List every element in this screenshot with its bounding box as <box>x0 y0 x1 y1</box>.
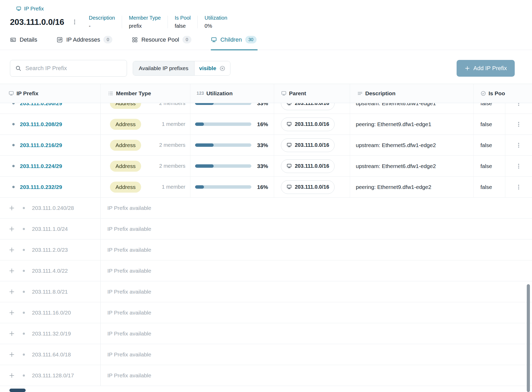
available-row[interactable]: 203.111.2.0/23 IP Prefix available <box>0 239 532 260</box>
expand-button[interactable] <box>9 331 15 337</box>
is-pool-cell: false <box>474 177 505 197</box>
member-count: 2 members <box>159 142 185 148</box>
tab-label: Resource Pool <box>141 36 179 43</box>
available-status: IP Prefix available <box>101 344 532 365</box>
column-header-actions <box>505 84 532 103</box>
breadcrumb-label: IP Prefix <box>24 6 44 12</box>
column-header-parent[interactable]: Parent <box>274 84 350 103</box>
parent-link[interactable]: 203.111.0.0/16 <box>281 180 335 194</box>
breadcrumb[interactable]: IP Prefix <box>16 6 532 12</box>
column-label: IP Prefix <box>16 90 38 97</box>
add-button-label: Add IP Prefix <box>473 65 507 72</box>
meta-label: Is Pool <box>175 15 191 21</box>
utilization-bar-fill <box>195 122 204 126</box>
expand-button[interactable] <box>9 268 15 274</box>
expand-button[interactable] <box>9 289 15 295</box>
kebab-icon <box>516 163 522 169</box>
filter-value: visible <box>195 61 230 75</box>
parent-link[interactable]: 203.111.0.0/16 <box>281 138 335 152</box>
prefix-dot <box>12 186 15 188</box>
column-header-description[interactable]: Description <box>350 84 474 103</box>
member-type-badge: Address <box>110 119 141 130</box>
horizontal-scrollbar-thumb[interactable] <box>9 389 26 392</box>
available-status: IP Prefix available <box>101 239 532 260</box>
available-row[interactable]: 203.111.32.0/19 IP Prefix available <box>0 323 532 344</box>
tab-resource-pool[interactable]: Resource Pool 0 <box>132 35 192 50</box>
available-row[interactable]: 203.111.64.0/18 IP Prefix available <box>0 344 532 365</box>
search-input[interactable] <box>10 60 127 77</box>
title-menu-button[interactable] <box>71 19 78 25</box>
prefix-icon <box>286 163 292 169</box>
utilization-value: 33% <box>257 163 268 169</box>
available-row[interactable]: 203.111.4.0/22 IP Prefix available <box>0 260 532 281</box>
available-row[interactable]: 203.111.1.0/24 IP Prefix available <box>0 219 532 239</box>
children-table: IP Prefix Member Type 123 Utilization Pa… <box>0 84 532 386</box>
prefix-icon <box>286 142 292 148</box>
column-header-utilization[interactable]: 123 Utilization <box>190 84 274 103</box>
column-header-ip-prefix[interactable]: IP Prefix <box>0 84 101 103</box>
tab-count-badge: 0 <box>103 36 112 43</box>
add-ip-prefix-button[interactable]: Add IP Prefix <box>457 60 515 77</box>
table-row[interactable]: 203.111.0.232/29 Address 1 member 16% 20… <box>0 177 532 198</box>
parent-label: 203.111.0.0/16 <box>295 142 329 148</box>
meta-description: Description - <box>89 15 122 29</box>
column-header-member-type[interactable]: Member Type <box>101 84 190 103</box>
prefix-dot <box>23 249 25 251</box>
id-card-icon <box>10 37 16 43</box>
expand-button[interactable] <box>9 310 15 316</box>
kebab-icon <box>516 142 522 148</box>
tab-details[interactable]: Details <box>10 35 38 50</box>
expand-button[interactable] <box>9 351 15 358</box>
utilization-bar <box>195 143 251 147</box>
expand-button[interactable] <box>9 226 15 232</box>
available-row[interactable]: 203.111.128.0/17 IP Prefix available <box>0 365 532 386</box>
prefix-link[interactable]: 203.111.0.232/29 <box>20 184 62 190</box>
table-header-row: IP Prefix Member Type 123 Utilization Pa… <box>0 84 532 103</box>
x-circle-icon[interactable] <box>219 65 225 71</box>
prefix-link[interactable]: 203.111.0.208/29 <box>20 121 62 127</box>
utilization-value: 33% <box>257 142 268 148</box>
meta-value: false <box>175 23 191 29</box>
member-type-badge: Address <box>110 182 141 193</box>
column-header-is-pool[interactable]: Is Pool <box>474 84 505 103</box>
tab-label: Children <box>220 36 242 43</box>
utilization-value: 16% <box>257 121 268 127</box>
filter-chip-available-prefixes[interactable]: Available IP prefixes visible <box>133 61 230 76</box>
table-row[interactable]: 203.111.0.208/29 Address 1 member 16% 20… <box>0 114 532 135</box>
object-meta: Description - Member Type prefix Is Pool… <box>89 15 234 29</box>
prefix-dot <box>12 144 15 146</box>
row-menu-button[interactable] <box>513 140 524 150</box>
description-cell: peering: Ethernet9.dfw1-edge2 <box>350 177 474 197</box>
prefix-dot <box>23 291 25 293</box>
expand-button[interactable] <box>9 372 15 379</box>
row-menu-button[interactable] <box>513 119 524 130</box>
prefix-icon <box>211 37 217 43</box>
row-menu-button[interactable] <box>513 161 524 171</box>
divider <box>122 16 122 28</box>
expand-button[interactable] <box>9 205 15 211</box>
description-cell: upstream: Ethernet5.dfw1-edge2 <box>350 135 474 155</box>
expand-button[interactable] <box>9 247 15 253</box>
column-label: Member Type <box>116 90 151 97</box>
parent-link[interactable]: 203.111.0.0/16 <box>281 117 335 131</box>
parent-link[interactable]: 203.111.0.0/16 <box>281 159 335 173</box>
title-row: 203.111.0.0/16 Description - Member Type… <box>10 15 532 29</box>
prefix-link[interactable]: 203.111.0.224/29 <box>20 163 62 169</box>
member-count: 1 member <box>162 121 185 127</box>
tab-children[interactable]: Children 30 <box>211 35 258 50</box>
member-type-badge: Address <box>110 161 141 172</box>
member-type-badge: Address <box>110 140 141 151</box>
available-row[interactable]: 203.111.8.0/21 IP Prefix available <box>0 281 532 302</box>
tab-ip-addresses[interactable]: IP Addresses 0 <box>57 35 113 50</box>
utilization-bar <box>195 122 251 126</box>
table-row[interactable]: 203.111.0.216/29 Address 2 members 33% 2… <box>0 135 532 156</box>
row-menu-button[interactable] <box>513 182 524 192</box>
parent-label: 203.111.0.0/16 <box>295 184 329 190</box>
description-cell: upstream: Ethernet6.dfw1-edge2 <box>350 156 474 176</box>
prefix-link[interactable]: 203.111.0.216/29 <box>20 142 62 148</box>
vertical-scrollbar-thumb[interactable] <box>527 284 530 392</box>
table-row[interactable]: 203.111.0.224/29 Address 2 members 33% 2… <box>0 156 532 177</box>
prefix-icon <box>16 6 21 12</box>
available-row[interactable]: 203.111.0.240/28 IP Prefix available <box>0 198 532 219</box>
available-row[interactable]: 203.111.16.0/20 IP Prefix available <box>0 302 532 323</box>
